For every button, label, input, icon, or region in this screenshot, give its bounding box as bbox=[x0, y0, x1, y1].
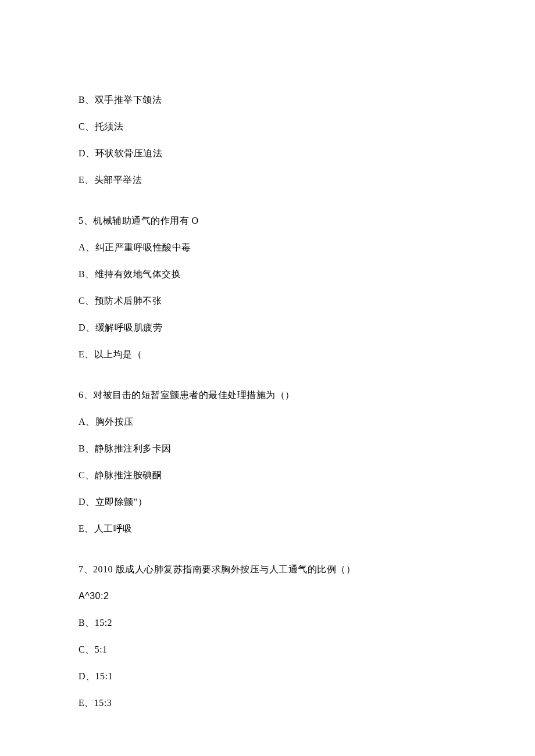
q6-option-a: A、胸外按压 bbox=[79, 415, 456, 429]
q7-option-c: C、5:1 bbox=[79, 643, 456, 657]
q7-option-e: E、15:3 bbox=[79, 696, 456, 710]
q5-option-a: A、纠正严重呼吸性酸中毒 bbox=[79, 241, 456, 255]
q5-option-d: D、缓解呼吸肌疲劳 bbox=[79, 321, 456, 335]
q5-option-b: B、维持有效地气体交换 bbox=[79, 267, 456, 281]
q7-option-b: B、15:2 bbox=[79, 616, 456, 630]
q5-option-c: C、预防术后肺不张 bbox=[79, 294, 456, 308]
q7-stem: 7、2010 版成人心肺复苏指南要求胸外按压与人工通气的比例（） bbox=[79, 562, 456, 576]
q7-option-d: D、15:1 bbox=[79, 669, 456, 683]
q7-option-a: A^30:2 bbox=[79, 589, 456, 603]
q5-stem: 5、机械辅助通气的作用有 O bbox=[79, 214, 456, 228]
q6-option-b: B、静脉推注利多卡因 bbox=[79, 442, 456, 456]
q6-option-d: D、立即除颤"） bbox=[79, 495, 456, 509]
q4-option-b: B、双手推举下颌法 bbox=[79, 93, 456, 107]
q6-stem: 6、对被目击的短暂室颤患者的最佳处理措施为（） bbox=[79, 388, 456, 402]
q4-option-e: E、头部平举法 bbox=[79, 173, 456, 187]
q5-option-e: E、以上均是（ bbox=[79, 347, 456, 361]
q4-option-d: D、环状软骨压迫法 bbox=[79, 146, 456, 160]
q6-option-e: E、人工呼吸 bbox=[79, 522, 456, 536]
q4-option-c: C、托须法 bbox=[79, 120, 456, 134]
q6-option-c: C、静脉推注胺碘酮 bbox=[79, 468, 456, 482]
